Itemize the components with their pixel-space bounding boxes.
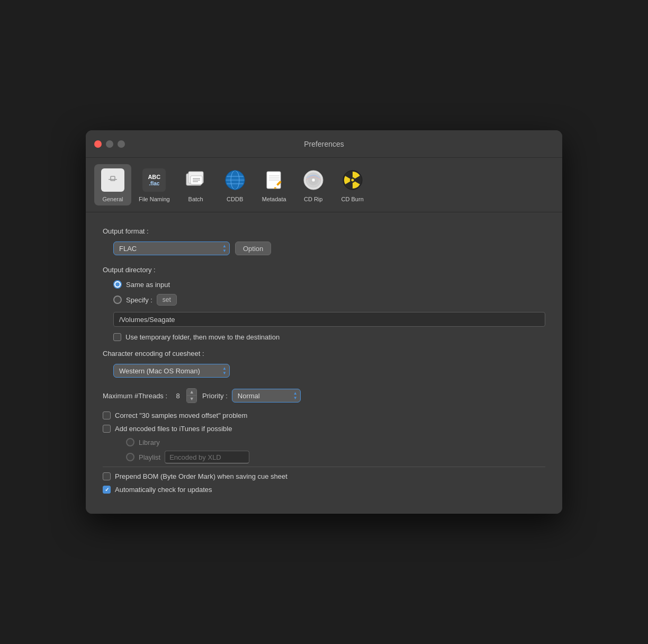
output-format-dropdown-wrapper: FLAC MP3 AAC AIFF WAV Apple Lossless ▲ ▼	[113, 241, 230, 255]
char-encoding-section: Character encoding of cuesheet : Western…	[103, 350, 545, 378]
char-encoding-dropdown-wrapper-outer: Western (Mac OS Roman) Unicode (UTF-8) U…	[103, 364, 545, 378]
svg-point-28	[351, 179, 354, 182]
toolbar-item-general[interactable]: General	[94, 164, 131, 205]
priority-select[interactable]: Normal Low High	[232, 389, 301, 402]
auto-update-checkbox	[103, 486, 111, 494]
output-format-section: Output format : FLAC MP3 AAC AIFF WAV Ap…	[103, 227, 545, 255]
radio-library-label: Library	[139, 439, 160, 446]
metadata-icon	[262, 167, 287, 193]
toolbar: General ABC .flac File Naming	[86, 158, 562, 212]
close-button[interactable]	[94, 140, 102, 148]
radio-same-as-input[interactable]: Same as input	[113, 280, 545, 289]
output-directory-label: Output directory :	[103, 266, 545, 274]
playlist-name-input[interactable]	[165, 451, 249, 463]
directory-path-wrapper	[103, 312, 545, 333]
prepend-bom-checkbox-item[interactable]: Prepend BOM (Byte Order Mark) when savin…	[103, 472, 545, 480]
content-area: Output format : FLAC MP3 AAC AIFF WAV Ap…	[86, 212, 562, 514]
output-format-label: Output format :	[103, 227, 545, 235]
toolbar-item-cddb[interactable]: CDDB	[217, 164, 254, 205]
cdburn-label: CD Burn	[341, 196, 364, 202]
toolbar-item-cdrip[interactable]: CD Rip	[295, 164, 332, 205]
cdburn-icon	[340, 167, 365, 193]
metadata-label: Metadata	[262, 196, 286, 202]
filenaming-label: File Naming	[139, 196, 170, 202]
char-encoding-select[interactable]: Western (Mac OS Roman) Unicode (UTF-8) U…	[113, 364, 230, 378]
radio-same-as-input-label: Same as input	[126, 281, 170, 289]
output-directory-section: Output directory : Same as input Specify…	[103, 266, 545, 341]
option-button[interactable]: Option	[235, 241, 271, 255]
toolbar-item-metadata[interactable]: Metadata	[256, 164, 293, 205]
output-format-select[interactable]: FLAC MP3 AAC AIFF WAV Apple Lossless	[113, 241, 230, 255]
svg-point-25	[312, 179, 314, 181]
radio-playlist-circle	[126, 453, 134, 461]
toolbar-item-cdburn[interactable]: CD Burn	[334, 164, 371, 205]
threads-stepper: 8 ▲ ▼	[173, 388, 197, 403]
directory-path-input[interactable]	[113, 312, 545, 327]
auto-update-checkbox-item[interactable]: Automatically check for updates	[103, 486, 545, 494]
threads-priority-row: Maximum #Threads : 8 ▲ ▼ Priority : Norm…	[103, 388, 545, 403]
titlebar: Preferences	[86, 130, 562, 158]
cddb-icon	[222, 167, 248, 193]
radio-group-directory: Same as input Specify : set	[103, 280, 545, 306]
add-itunes-label: Add encoded files to iTunes if possible	[115, 425, 232, 433]
radio-specify-circle	[113, 296, 122, 304]
cdrip-label: CD Rip	[304, 196, 322, 202]
radio-library[interactable]: Library	[126, 438, 545, 446]
toolbar-item-filenaming[interactable]: ABC .flac File Naming	[133, 164, 175, 205]
radio-playlist-label: Playlist	[139, 453, 160, 461]
threads-value: 8	[173, 392, 183, 400]
divider	[103, 467, 545, 467]
library-playlist-section: Library Playlist	[103, 438, 545, 463]
maximize-button[interactable]	[118, 140, 125, 148]
batch-label: Batch	[188, 196, 203, 202]
preferences-window: Preferences General ABC .fla	[86, 130, 562, 514]
set-directory-button[interactable]: set	[157, 294, 177, 306]
priority-wrapper: Priority : Normal Low High ▲ ▼	[202, 389, 301, 402]
svg-rect-1	[109, 179, 117, 180]
svg-rect-0	[106, 174, 119, 186]
use-temp-folder-checkbox-item[interactable]: Use temporary folder, then move to the d…	[103, 333, 545, 341]
char-encoding-label: Character encoding of cuesheet :	[103, 350, 545, 357]
cdrip-icon	[301, 167, 326, 193]
correct-offset-checkbox	[103, 412, 111, 419]
batch-icon	[183, 167, 209, 193]
max-threads-label: Maximum #Threads :	[103, 392, 167, 400]
radio-same-as-input-circle	[113, 280, 122, 289]
add-itunes-checkbox-item[interactable]: Add encoded files to iTunes if possible	[103, 425, 545, 433]
threads-stepper-controls: ▲ ▼	[186, 388, 197, 403]
output-format-row: FLAC MP3 AAC AIFF WAV Apple Lossless ▲ ▼…	[103, 241, 545, 255]
window-title: Preferences	[304, 140, 344, 148]
filenaming-icon: ABC .flac	[141, 167, 167, 193]
correct-offset-checkbox-item[interactable]: Correct "30 samples moved offset" proble…	[103, 412, 545, 419]
threads-decrement-button[interactable]: ▼	[187, 396, 196, 402]
general-icon	[100, 167, 125, 193]
use-temp-folder-label: Use temporary folder, then move to the d…	[125, 333, 280, 341]
priority-dropdown-wrapper: Normal Low High ▲ ▼	[232, 389, 301, 402]
prepend-bom-checkbox	[103, 472, 111, 480]
radio-playlist[interactable]: Playlist	[126, 451, 545, 463]
priority-label: Priority :	[202, 392, 228, 400]
cddb-label: CDDB	[227, 196, 243, 202]
radio-specify[interactable]: Specify : set	[113, 294, 545, 306]
general-label: General	[102, 196, 123, 202]
radio-specify-label: Specify :	[126, 296, 152, 304]
threads-increment-button[interactable]: ▲	[187, 389, 196, 396]
correct-offset-label: Correct "30 samples moved offset" proble…	[115, 412, 247, 419]
prepend-bom-label: Prepend BOM (Byte Order Mark) when savin…	[115, 472, 287, 480]
traffic-lights	[94, 140, 125, 148]
use-temp-folder-checkbox	[113, 333, 121, 341]
minimize-button[interactable]	[106, 140, 113, 148]
char-encoding-dropdown-wrapper: Western (Mac OS Roman) Unicode (UTF-8) U…	[113, 364, 230, 378]
add-itunes-checkbox	[103, 425, 111, 433]
auto-update-label: Automatically check for updates	[115, 486, 212, 494]
radio-library-circle	[126, 438, 134, 446]
toolbar-item-batch[interactable]: Batch	[177, 164, 214, 205]
